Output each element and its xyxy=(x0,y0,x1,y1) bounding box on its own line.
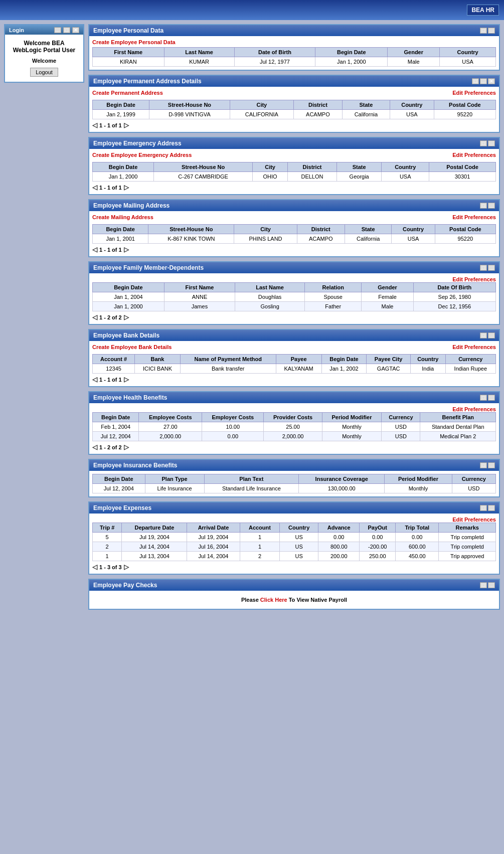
page-label: 1 - 1 of 1 xyxy=(99,247,122,253)
pa-close[interactable]: ✕ xyxy=(488,78,495,84)
next-arrow[interactable]: ▷ xyxy=(124,376,129,383)
edit-expenses-link[interactable]: Edit Preferences xyxy=(452,517,496,523)
cell-account: 1 xyxy=(240,533,280,542)
cell-departure: Jul 14, 2004 xyxy=(122,542,187,552)
edit-emergency-link[interactable]: Edit Preferences xyxy=(452,152,496,160)
next-arrow[interactable]: ▷ xyxy=(124,184,129,191)
col-period: Period Modifier xyxy=(385,474,452,484)
personal-data-body: Create Employee Personal Data First Name… xyxy=(89,36,499,70)
minimize-btn[interactable]: _ xyxy=(54,27,61,33)
cell-gender: Female xyxy=(362,292,413,302)
permanent-address-header: Employee Permanent Address Details □ _ ✕ xyxy=(89,76,499,87)
cell-advance: 200.00 xyxy=(318,552,360,561)
col-currency: Currency xyxy=(445,355,495,364)
exp-restore[interactable]: _ xyxy=(488,505,495,511)
health-minimize[interactable]: □ xyxy=(480,395,487,401)
edit-mailing-link[interactable]: Edit Preferences xyxy=(452,214,496,222)
col-payee-city: Payee City xyxy=(367,355,410,364)
family-header: Employee Family Member-Dependents □ _ xyxy=(89,262,499,273)
paychecks-header: Employee Pay Checks □ _ xyxy=(89,580,499,591)
ma-minimize[interactable]: □ xyxy=(480,203,487,209)
col-trip: Trip # xyxy=(93,523,122,533)
ma-pagination: ◁ 1 - 1 of 1 ▷ xyxy=(92,246,496,253)
cell-period: Monthly xyxy=(385,484,452,493)
exp-minimize[interactable]: □ xyxy=(480,505,487,511)
create-emergency-link[interactable]: Create Employee Emergency Address xyxy=(92,152,192,158)
col-departure: Departure Date xyxy=(122,523,187,533)
cell-district: DELLON xyxy=(287,172,337,182)
pa-restore[interactable]: _ xyxy=(480,78,487,84)
cell-arrival: Jul 16, 2004 xyxy=(187,542,240,552)
permanent-address-table: Begin Date Street-House No City District… xyxy=(92,100,496,119)
edit-permanent-link[interactable]: Edit Preferences xyxy=(452,90,496,98)
cell-trip: 1 xyxy=(93,552,122,561)
col-begin-date: Begin Date xyxy=(93,225,148,234)
cell-employer-costs: 10.00 xyxy=(202,422,264,432)
col-total: Trip Total xyxy=(396,523,439,533)
payroll-link[interactable]: Click Here xyxy=(260,597,287,603)
prev-arrow[interactable]: ◁ xyxy=(92,246,97,253)
fm-minimize[interactable]: □ xyxy=(480,265,487,271)
ea-minimize[interactable]: □ xyxy=(480,140,487,146)
cell-country: USA xyxy=(392,234,435,244)
next-arrow[interactable]: ▷ xyxy=(124,443,129,451)
logout-button[interactable]: Logout xyxy=(30,68,58,77)
col-postal: Postal Code xyxy=(435,225,495,234)
edit-family-link[interactable]: Edit Preferences xyxy=(452,276,496,282)
next-arrow[interactable]: ▷ xyxy=(124,121,129,129)
bank-restore[interactable]: _ xyxy=(488,332,495,338)
col-begin-date: Begin Date xyxy=(93,413,139,422)
next-arrow[interactable]: ▷ xyxy=(124,563,129,571)
edit-health-link[interactable]: Edit Preferences xyxy=(452,406,496,412)
cell-coverage: 130,000.00 xyxy=(299,484,385,493)
emergency-address-title: Employee Emergency Address xyxy=(93,140,182,147)
restore-btn[interactable]: □ xyxy=(63,27,70,33)
cell-trip: 5 xyxy=(93,533,122,542)
fm-restore[interactable]: _ xyxy=(488,265,495,271)
ma-restore[interactable]: _ xyxy=(488,203,495,209)
exp-win-btns: □ _ xyxy=(479,505,495,511)
ins-win-btns: □ _ xyxy=(479,462,495,468)
cell-dob: Dec 12, 1956 xyxy=(413,302,495,311)
create-permanent-link[interactable]: Create Permanent Address xyxy=(92,90,163,96)
create-bank-link[interactable]: Create Employee Bank Details xyxy=(92,344,172,350)
prev-arrow[interactable]: ◁ xyxy=(92,184,97,191)
col-street: Street-House No xyxy=(154,162,253,172)
cell-gender: Male xyxy=(362,302,413,311)
cell-emp-costs: 2,000.00 xyxy=(139,432,202,441)
table-row: Feb 1, 2004 27.00 10.00 25.00 Monthly US… xyxy=(93,422,496,432)
ins-minimize[interactable]: □ xyxy=(480,462,487,468)
next-arrow[interactable]: ▷ xyxy=(124,246,129,253)
col-state: State xyxy=(345,225,392,234)
create-mailing-link[interactable]: Create Mailing Address xyxy=(92,214,153,220)
permanent-address-panel: Employee Permanent Address Details □ _ ✕… xyxy=(88,75,500,133)
table-row: 12345 ICICI BANK Bank transfer KALYANAM … xyxy=(93,364,496,374)
ins-restore[interactable]: _ xyxy=(488,462,495,468)
prev-arrow[interactable]: ◁ xyxy=(92,313,97,321)
prev-arrow[interactable]: ◁ xyxy=(92,121,97,129)
create-personal-link[interactable]: Create Employee Personal Data xyxy=(92,39,176,45)
pc-restore[interactable]: _ xyxy=(488,582,495,588)
pa-minimize[interactable]: □ xyxy=(472,78,479,84)
next-arrow[interactable]: ▷ xyxy=(124,313,129,321)
cell-account: 2 xyxy=(240,552,280,561)
expenses-header: Employee Expenses □ _ xyxy=(89,502,499,514)
close-btn[interactable]: ✕ xyxy=(72,27,79,33)
health-restore[interactable]: _ xyxy=(488,395,495,401)
cell-last-name: KUMAR xyxy=(164,57,234,67)
cell-currency: Indian Rupee xyxy=(445,364,495,374)
cell-postal: 95220 xyxy=(434,110,495,119)
bank-minimize[interactable]: □ xyxy=(480,332,487,338)
prev-arrow[interactable]: ◁ xyxy=(92,376,97,383)
cell-dob: Jul 12, 1977 xyxy=(234,57,315,67)
welcome-subtext: Welcome xyxy=(10,58,78,64)
prev-arrow[interactable]: ◁ xyxy=(92,563,97,571)
ea-restore[interactable]: _ xyxy=(488,140,495,146)
expenses-panel: Employee Expenses □ _ Edit Preferences T… xyxy=(88,501,500,575)
prev-arrow[interactable]: ◁ xyxy=(92,443,97,451)
pc-minimize[interactable]: □ xyxy=(480,582,487,588)
pd-restore[interactable]: _ xyxy=(488,28,495,34)
pd-minimize[interactable]: □ xyxy=(480,28,487,34)
edit-bank-link[interactable]: Edit Preferences xyxy=(452,344,496,352)
personal-data-panel: Employee Personal Data □ _ Create Employ… xyxy=(88,24,500,71)
